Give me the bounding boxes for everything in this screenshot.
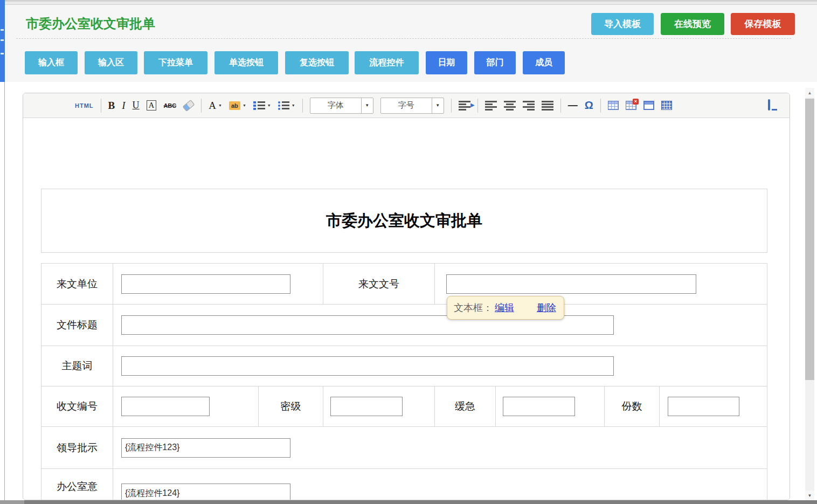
unordered-list-button[interactable] [278,101,295,110]
window-bottom-bar [0,500,817,504]
copies-input[interactable] [668,397,739,416]
toolbar-separator [101,99,101,113]
font-color-button[interactable]: A [209,100,222,112]
form-title: 市委办公室收文审批单 [326,210,482,232]
form-table: 来文单位 来文文号 文件标题 主题词 [41,263,767,500]
table-icon [608,101,619,110]
edit-field-link[interactable]: 编辑 [495,301,514,314]
cell-properties-icon [661,101,672,110]
ordered-list-button[interactable] [253,101,271,110]
label-receipt-number: 收文编号 [41,386,113,426]
import-template-button[interactable]: 导入模板 [591,13,654,35]
app-window: 市委办公室收文审批单 导入模板 在线预览 保存模板 输入框 输入区 下拉菜单 单… [0,0,817,504]
save-template-button[interactable]: 保存模板 [731,13,795,35]
ordered-list-icon [253,101,265,110]
table-properties-icon [643,101,654,110]
chevron-down-icon [432,98,444,113]
table-row: 主题词 [41,346,767,386]
cell-properties-button[interactable] [661,101,672,110]
palette-dropdown-button[interactable]: 下拉菜单 [144,51,207,74]
cell-leader-instructions: {流程控件123} [113,427,767,468]
palette-checkbox-button[interactable]: 复选按钮 [285,51,349,74]
page-title: 市委办公室收文审批单 [26,15,155,32]
secrecy-level-input[interactable] [330,397,403,416]
unordered-list-icon [278,101,289,110]
indent-icon [459,101,470,111]
label-leader-instructions: 领导批示 [41,427,113,468]
document-number-input[interactable] [446,274,696,294]
palette-department-button[interactable]: 部门 [474,51,516,74]
delete-table-button[interactable] [626,101,636,110]
underline-button[interactable]: U [133,100,140,111]
table-properties-button[interactable] [643,101,654,110]
label-copies: 份数 [605,386,660,426]
incoming-unit-input[interactable] [121,274,290,294]
cell-receipt-number [113,386,259,426]
table-row: 领导批示 {流程控件123} [41,427,767,469]
toolbar-separator [560,99,561,113]
editor-toolbar: HTML B I U A ABC A ab [23,93,790,118]
chevron-down-icon [361,98,373,113]
remove-format-button[interactable] [183,102,194,109]
form-title-cell: 市委办公室收文审批单 [41,189,767,253]
cell-office-opinion: {流程控件124} [113,469,767,500]
palette-date-button[interactable]: 日期 [426,51,467,74]
palette-input-box-button[interactable]: 输入框 [25,51,78,74]
vertical-scrollbar[interactable] [805,88,814,500]
delete-field-link[interactable]: 删除 [537,301,556,314]
clipped-side-panel [0,0,5,82]
office-opinion-placeholder[interactable]: {流程控件124} [121,484,290,500]
highlight-icon: ab [229,101,240,110]
fullscreen-button[interactable] [768,100,781,111]
align-right-icon [523,101,535,111]
toolbar-separator [477,99,478,113]
label-urgency: 缓急 [435,386,496,426]
align-center-button[interactable] [504,101,516,111]
source-code-button[interactable]: HTML [75,102,94,109]
receipt-number-input[interactable] [121,397,210,416]
cell-incoming-unit [113,264,323,304]
indent-button[interactable]: ▶ [459,101,470,111]
align-right-button[interactable] [523,101,535,111]
font-family-select[interactable]: 字体 [310,98,373,114]
horizontal-rule-button[interactable]: — [568,100,578,111]
table-row: 办公室意 {流程控件124} [41,469,767,500]
cell-subject-words [113,346,767,386]
palette-member-button[interactable]: 成员 [523,51,565,74]
palette-textarea-button[interactable]: 输入区 [85,51,137,74]
font-size-select[interactable]: 字号 [380,98,444,114]
table-row: 文件标题 [41,305,767,346]
tooltip-label: 文本框： [454,301,493,314]
scroll-down-arrow-icon[interactable] [805,491,814,500]
toolbar-separator [302,99,303,113]
palette-radio-button[interactable]: 单选按钮 [214,51,278,74]
align-center-icon [504,101,516,111]
highlight-color-button[interactable]: ab [229,101,246,110]
strikethrough-button[interactable]: ABC [163,102,176,109]
align-left-button[interactable] [485,101,497,111]
insert-table-button[interactable] [608,101,619,110]
toolbar-separator [451,99,452,113]
table-delete-icon [626,101,636,110]
italic-button[interactable]: I [122,100,125,112]
online-preview-button[interactable]: 在线预览 [661,13,724,35]
cell-document-title [113,305,767,346]
editor-canvas[interactable]: 市委办公室收文审批单 来文单位 来文文号 文件标题 [23,118,790,500]
scrollbar-thumb[interactable] [805,99,814,380]
page-header: 市委办公室收文审批单 导入模板 在线预览 保存模板 输入框 输入区 下拉菜单 单… [5,5,817,82]
urgency-input[interactable] [503,397,575,416]
special-char-button[interactable]: Ω [585,99,593,112]
label-subject-words: 主题词 [41,346,113,386]
table-row: 收文编号 密级 缓急 份数 [41,386,767,427]
leader-instructions-placeholder[interactable]: {流程控件123} [121,438,290,458]
label-document-title: 文件标题 [41,305,113,346]
palette-flow-control-button[interactable]: 流程控件 [355,51,419,74]
cell-secrecy-level [323,386,435,426]
align-justify-button[interactable] [542,101,553,111]
bold-button[interactable]: B [108,100,115,112]
text-style-button[interactable]: A [147,100,157,111]
align-justify-icon [542,101,553,111]
label-secrecy-level: 密级 [259,386,323,426]
subject-words-input[interactable] [121,356,614,376]
scroll-up-arrow-icon[interactable] [805,88,814,98]
